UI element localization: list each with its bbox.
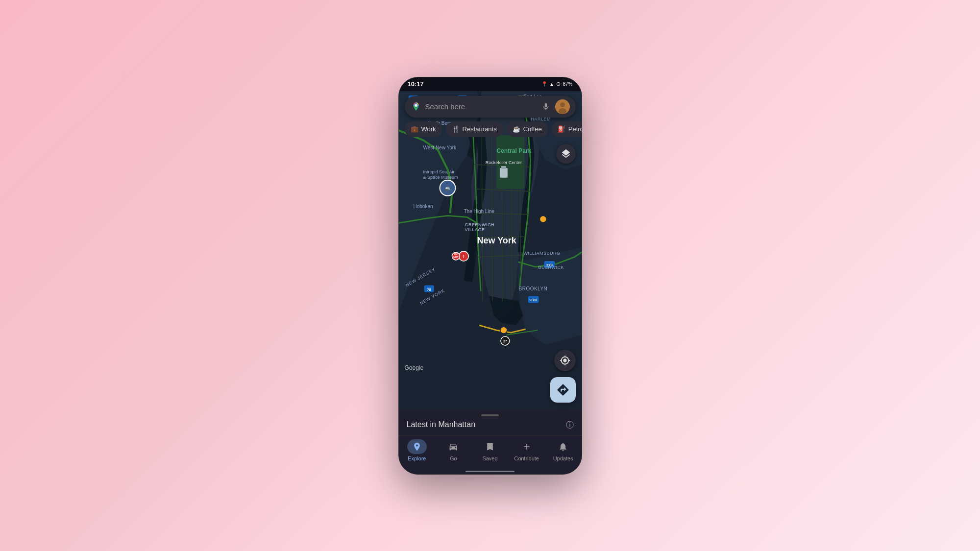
directions-button[interactable] (550, 377, 576, 403)
phone-container: 10:17 📍 ▲ ⊙ 87% (398, 77, 582, 475)
status-bar: 10:17 📍 ▲ ⊙ 87% (399, 77, 582, 91)
my-location-button[interactable] (554, 350, 576, 371)
mic-icon[interactable] (540, 101, 551, 112)
saved-icon-wrap (480, 439, 500, 454)
google-watermark: Google (405, 364, 424, 371)
svg-text:278: 278 (530, 298, 537, 302)
chip-restaurants[interactable]: 🍴 Restaurants (446, 121, 503, 137)
updates-icon-wrap (553, 439, 573, 454)
svg-text:!: ! (463, 254, 464, 259)
svg-point-43 (560, 102, 565, 107)
go-icon (448, 442, 458, 452)
svg-point-38 (539, 216, 546, 222)
go-label: Go (450, 455, 457, 461)
coffee-chip-icon: ☕ (513, 125, 520, 133)
filter-chips: 💼 Work 🍴 Restaurants ☕ Coffee ⛽ Petro... (405, 121, 582, 139)
nav-item-updates[interactable]: Updates (545, 439, 582, 461)
work-chip-icon: 💼 (411, 125, 418, 133)
svg-rect-27 (499, 168, 507, 177)
nav-item-saved[interactable]: Saved (472, 439, 509, 461)
svg-text:278: 278 (546, 263, 553, 267)
layers-button[interactable] (556, 144, 576, 164)
status-icons: 📍 ▲ ⊙ 87% (541, 81, 573, 87)
explore-icon (412, 442, 422, 452)
location-icon (560, 355, 570, 366)
home-indicator (466, 471, 514, 472)
contribute-label: Contribute (514, 455, 539, 461)
user-avatar[interactable] (555, 99, 570, 114)
saved-icon (485, 442, 495, 452)
nav-item-go[interactable]: Go (435, 439, 472, 461)
svg-text:Rockefeller Center: Rockefeller Center (485, 160, 521, 165)
updates-icon (558, 442, 568, 452)
restaurants-chip-label: Restaurants (463, 125, 497, 133)
search-bar[interactable]: Search here (405, 96, 576, 118)
signal-icon: ▲ (549, 81, 555, 87)
svg-text:78: 78 (427, 287, 431, 291)
petrol-chip-icon: ⛽ (558, 125, 565, 133)
nav-item-explore[interactable]: Explore (399, 439, 436, 461)
svg-point-39 (500, 327, 507, 334)
chip-petrol[interactable]: ⛽ Petro... (552, 121, 582, 137)
directions-icon (556, 383, 570, 397)
contribute-icon-wrap (517, 439, 537, 454)
status-time: 10:17 (408, 80, 424, 88)
explore-icon-wrap (407, 439, 427, 454)
contribute-icon (522, 442, 532, 452)
location-status-icon: 📍 (541, 81, 547, 87)
go-icon-wrap (443, 439, 463, 454)
chip-coffee[interactable]: ☕ Coffee (507, 121, 548, 137)
svg-text:DO: DO (454, 252, 458, 255)
layers-icon (561, 148, 571, 159)
petrol-chip-label: Petro... (568, 125, 582, 133)
coffee-chip-label: Coffee (523, 125, 542, 133)
saved-label: Saved (482, 455, 497, 461)
google-maps-icon (411, 101, 421, 112)
search-input[interactable]: Search here (425, 102, 540, 111)
svg-point-44 (559, 108, 566, 114)
sheet-title: Latest in Manhattan (399, 416, 582, 431)
chip-work[interactable]: 💼 Work (405, 121, 442, 137)
map-area[interactable]: 95 78 278 9A 46 278 27 R (399, 91, 582, 410)
bottom-nav: Explore Go Saved Con (399, 435, 582, 474)
svg-text:NOT: NOT (453, 256, 459, 258)
info-icon[interactable]: ⓘ (566, 420, 574, 431)
explore-label: Explore (408, 455, 426, 461)
svg-text:27: 27 (503, 339, 507, 342)
svg-text:🚢: 🚢 (444, 185, 451, 191)
battery-level: 87% (563, 81, 572, 87)
svg-point-41 (415, 104, 417, 107)
restaurants-chip-icon: 🍴 (452, 125, 460, 133)
nav-item-contribute[interactable]: Contribute (508, 439, 545, 461)
wifi-icon: ⊙ (556, 81, 561, 87)
work-chip-label: Work (421, 125, 436, 133)
svg-rect-28 (501, 166, 506, 168)
updates-label: Updates (553, 455, 573, 461)
